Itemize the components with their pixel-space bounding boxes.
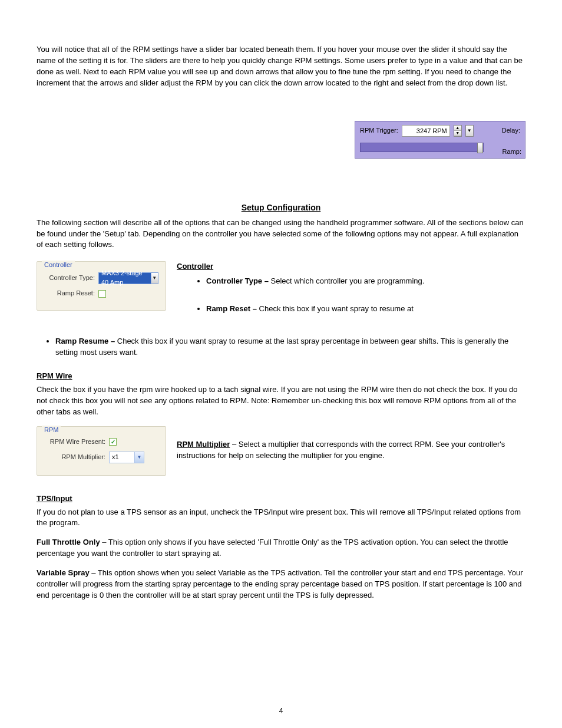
rpm-multiplier-text: RPM Multiplier – Select a multiplier tha… bbox=[177, 439, 525, 462]
rpm-trigger-label: RPM Trigger: bbox=[360, 126, 398, 136]
bullet-controller-type: Controller Type – Select which controlle… bbox=[206, 276, 525, 287]
ramp-reset-checkbox[interactable] bbox=[98, 290, 106, 298]
setup-paragraph: The following section will describe all … bbox=[37, 218, 525, 251]
rpm-wire-present-checkbox[interactable]: ✓ bbox=[109, 438, 117, 446]
setup-heading: Setup Configuration bbox=[37, 202, 525, 213]
controller-groupbox: Controller Controller Type: MAX3 2-stage… bbox=[37, 261, 166, 311]
tps-para2: Full Throttle Only – This option only sh… bbox=[37, 537, 525, 559]
controller-type-select[interactable]: MAX3 2-stage 40 Amp ▼ bbox=[98, 272, 158, 284]
chevron-down-icon[interactable]: ▼ bbox=[151, 273, 158, 284]
rpm-slider-thumb[interactable] bbox=[477, 143, 483, 153]
rpm-multiplier-label: RPM Multiplier: bbox=[44, 453, 109, 462]
rpm-wire-present-label: RPM Wire Present: bbox=[44, 437, 109, 447]
rpm-spinner[interactable]: ▲ ▼ bbox=[454, 125, 462, 137]
controller-type-value: MAX3 2-stage 40 Amp bbox=[101, 269, 151, 288]
rpm-slider[interactable] bbox=[360, 143, 484, 152]
rpm-trigger-input[interactable] bbox=[402, 125, 450, 137]
chevron-down-icon[interactable]: ▼ bbox=[134, 452, 144, 463]
page-number: 4 bbox=[0, 707, 562, 715]
rpm-multiplier-value: x1 bbox=[112, 453, 119, 462]
bullet-ramp-resume: Ramp Resume – Check this box if you want… bbox=[55, 336, 525, 358]
tps-para1: If you do not plan to use a TPS sensor a… bbox=[37, 507, 525, 529]
ramp-label: Ramp: bbox=[503, 147, 521, 157]
intro-paragraph: You will notice that all of the RPM sett… bbox=[37, 44, 525, 88]
bullet-ramp-reset: Ramp Reset – Check this box if you want … bbox=[206, 304, 525, 315]
controller-right-heading: Controller bbox=[177, 261, 525, 272]
tps-para3: Variable Spray – This option shows when … bbox=[37, 568, 525, 601]
rpm-increment-dropdown[interactable]: ▼ bbox=[465, 125, 474, 137]
ramp-reset-label: Ramp Reset: bbox=[44, 289, 98, 298]
delay-label: Delay: bbox=[502, 126, 520, 136]
tps-input-heading: TPS/Input bbox=[37, 493, 525, 505]
spinner-down-icon[interactable]: ▼ bbox=[454, 131, 461, 136]
rpm-wire-heading: RPM Wire bbox=[37, 371, 525, 382]
rpm-multiplier-select[interactable]: x1 ▼ bbox=[109, 452, 144, 463]
controller-type-label: Controller Type: bbox=[44, 274, 98, 283]
rpm-groupbox: RPM RPM Wire Present: ✓ RPM Multiplier: … bbox=[37, 426, 166, 476]
spinner-up-icon[interactable]: ▲ bbox=[454, 126, 461, 131]
controller-legend: Controller bbox=[42, 261, 75, 270]
rpm-legend: RPM bbox=[42, 426, 61, 435]
rpm-trigger-panel: RPM Trigger: ▲ ▼ ▼ Delay: Ramp: bbox=[355, 121, 525, 159]
rpm-wire-paragraph: Check the box if you have the rpm wire h… bbox=[37, 384, 525, 418]
